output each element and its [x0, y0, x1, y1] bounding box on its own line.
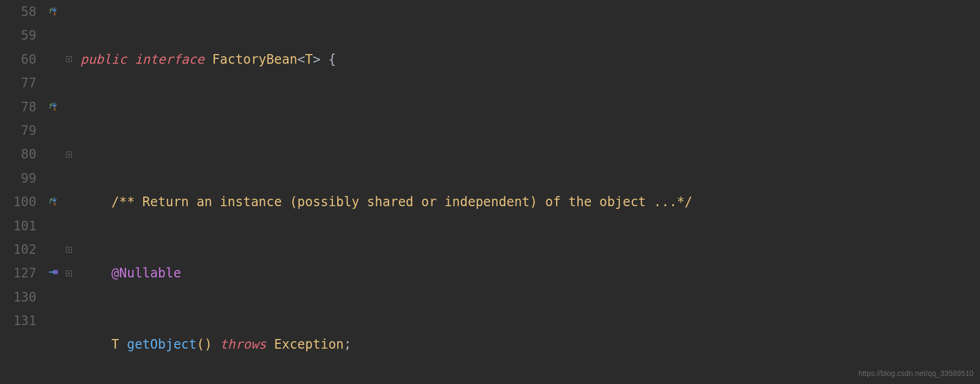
line-number[interactable]: 127: [0, 261, 36, 285]
line-number[interactable]: 130: [0, 285, 36, 309]
semicolon: ;: [344, 333, 351, 356]
line-number[interactable]: 102: [0, 238, 36, 261]
javadoc-comment: /** Return an instance (possibly shared …: [112, 190, 693, 214]
svg-text:x: x: [53, 106, 56, 111]
keyword-public: public: [80, 48, 127, 71]
code-line[interactable]: /** Return an instance (possibly shared …: [80, 190, 980, 214]
svg-text:x: x: [53, 11, 56, 16]
code-line[interactable]: T getObject() throws Exception;: [80, 333, 980, 356]
angle-open: <: [298, 48, 305, 71]
type-name: FactoryBean: [212, 48, 298, 71]
method-override-icon[interactable]: fx: [48, 190, 58, 214]
code-line[interactable]: [80, 119, 980, 142]
type-param: T: [305, 48, 313, 71]
code-line[interactable]: @Nullable: [80, 261, 980, 285]
annotation-nullable: @Nullable: [112, 261, 181, 285]
fold-gutter: [63, 0, 74, 384]
open-paren: (: [197, 333, 204, 356]
keyword-interface: interface: [135, 48, 204, 71]
line-number[interactable]: 100: [0, 190, 36, 214]
fold-toggle-icon[interactable]: [66, 152, 72, 157]
svg-text:f: f: [48, 102, 53, 110]
open-brace: {: [328, 48, 336, 71]
gutter-icon-strip: fx fx fx: [43, 0, 63, 384]
close-paren: ): [204, 333, 212, 356]
code-editor: 58 59 60 77 78 79 80 99 100 101 102 127 …: [0, 0, 980, 384]
watermark-text: https://blog.csdn.net/qq_33589510: [858, 367, 974, 381]
method-name: getObject: [127, 333, 197, 356]
line-number[interactable]: 101: [0, 214, 36, 238]
line-number[interactable]: 80: [0, 142, 36, 166]
implemented-method-icon[interactable]: [48, 261, 58, 285]
line-number[interactable]: 78: [0, 95, 36, 119]
code-line[interactable]: public interface FactoryBean<T> {: [80, 48, 980, 71]
svg-text:f: f: [48, 197, 53, 205]
type-exception: Exception: [274, 333, 344, 356]
fold-toggle-icon[interactable]: [66, 247, 72, 253]
return-type: T: [112, 333, 119, 356]
method-override-icon[interactable]: fx: [48, 95, 58, 119]
line-number[interactable]: 79: [0, 119, 36, 142]
svg-text:f: f: [48, 6, 53, 15]
code-area[interactable]: public interface FactoryBean<T> { /** Re…: [74, 0, 980, 384]
method-override-icon[interactable]: fx: [48, 0, 58, 24]
line-number-gutter: 58 59 60 77 78 79 80 99 100 101 102 127 …: [0, 0, 43, 384]
svg-rect-6: [55, 270, 58, 275]
angle-close: >: [313, 48, 321, 71]
line-number[interactable]: 131: [0, 309, 36, 333]
line-number[interactable]: 77: [0, 71, 36, 95]
line-number[interactable]: 60: [0, 48, 36, 71]
line-number[interactable]: 58: [0, 0, 36, 24]
line-number[interactable]: 99: [0, 167, 36, 190]
svg-text:x: x: [53, 201, 56, 206]
keyword-throws: throws: [220, 333, 266, 356]
line-number[interactable]: 59: [0, 24, 36, 47]
fold-toggle-icon[interactable]: [66, 56, 72, 62]
fold-toggle-icon[interactable]: [66, 270, 72, 276]
